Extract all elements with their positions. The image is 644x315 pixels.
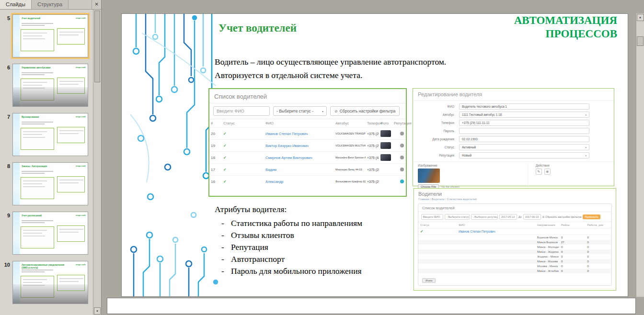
mini-screenshot-box [21, 128, 54, 150]
slide-thumbnail[interactable]: Бронирование mogo.code [12, 113, 88, 156]
slide-thumbnail[interactable]: Автоматизированные уведомления (SMS и по… [12, 261, 88, 304]
slide-thumbnail[interactable]: Учет расписаний mogo.code [12, 212, 88, 255]
close-icon[interactable]: × [92, 0, 101, 9]
direction-name: Минск - Молодечно - Борисов [535, 245, 559, 249]
scrollbar-thumb[interactable] [94, 11, 100, 82]
attribute-item: Отзывы клиентов [215, 229, 362, 241]
scroll-down-icon[interactable]: ▼ [94, 307, 101, 315]
actions-section-label: Действия [536, 164, 609, 167]
work-days: 0 [586, 254, 612, 259]
form-field: ФИО Водитель тестового автобуса 1 ▾ [413, 103, 606, 110]
stats-panel: Список водителей Введите ФИО - Выберите … [418, 203, 612, 286]
date-from-input: 2017-05-13 [499, 214, 517, 220]
chevron-down-icon: ▾ [585, 154, 586, 157]
corner-title-line2: ПРОЦЕССОВ [514, 27, 617, 41]
status-check-icon: ✓ [223, 180, 227, 184]
driver-name-link: Виктор Безруко Иванович [264, 140, 334, 152]
notes-pane[interactable] [107, 298, 636, 314]
form-field: Дата рождения 02.02.1993 ▾ [413, 136, 606, 142]
total-button: Итого [422, 278, 436, 283]
bus-name: Mercedes-Benz Sprinter Arobus 5554-IE3 [334, 152, 366, 164]
driver-row: 17 ✓ Вадим Мерседес Бенц 44-03 +375 (25)… [209, 164, 406, 176]
mini-slide-title: Автоматизированные уведомления (SMS и по… [22, 263, 66, 269]
trips-count: 0 [559, 254, 586, 259]
mini-screenshot-box [57, 127, 85, 143]
status-check-icon: ✓ [223, 156, 227, 160]
driver-attributes-block[interactable]: Атрибуты водителя: Статистика работы по … [215, 204, 362, 277]
driver-photo [380, 154, 391, 161]
thumbnails-scrollbar[interactable]: ▼ [93, 10, 101, 315]
slide-number: 7 [1, 113, 12, 156]
field-label: Автобус [413, 113, 459, 116]
driver-edit-screenshot[interactable]: Редактирование водителя ФИО Водитель тес… [413, 88, 614, 186]
trips-count: 0 [559, 269, 586, 273]
slide-thumbnail[interactable]: Управление автобусами mogo.code [12, 64, 88, 107]
column-header: Направления [535, 222, 559, 228]
column-header: Работа, дни [586, 222, 612, 228]
work-days: 0 [586, 240, 612, 245]
zoom-icon: ⊕ [544, 169, 551, 175]
mini-line [22, 271, 45, 272]
attributes-heading: Атрибуты водителя: [215, 204, 362, 214]
direction-name: Борисов-Минск [535, 235, 559, 240]
panel-title: Список водителей [209, 89, 406, 103]
driver-row: 19 ✓ Виктор Безруко Иванович VOLKSWAGEN … [209, 140, 406, 152]
panel-title: Редактирование водителя [413, 89, 614, 101]
page-title: Водители [418, 191, 611, 197]
slide-number: 6 [1, 64, 12, 107]
field-label: ФИО [413, 105, 459, 108]
slide-title[interactable]: Учет водителей [218, 22, 297, 34]
status-check-icon: ✓ [420, 229, 424, 234]
slide-thumbnail[interactable]: Заказы. Авторизация mogo.code [12, 162, 88, 205]
slide-number: 5 [1, 14, 12, 57]
slide-corner-title[interactable]: АВТОМАТИЗАЦИЯ ПРОЦЕССОВ [514, 14, 617, 41]
reputation-select: - Выберите репутацию - ▾ [471, 214, 498, 220]
bus-name: VOLKSWAGEN MULTIVAN TS PANAMRICANA 7777 … [334, 140, 366, 152]
column-header: Рейсы [559, 222, 586, 228]
fio-input: Введите ФИО [421, 214, 443, 220]
column-header: Статус [222, 119, 264, 128]
slide-thumbnail-row[interactable]: 9 Учет расписаний mogo.code [1, 212, 93, 255]
direction-name: Минск - Москва [535, 259, 559, 264]
slide-thumbnail-row[interactable]: 5 Учет водителей mogo.code [1, 14, 93, 57]
tab-slides[interactable]: Слайды [0, 0, 32, 9]
slide-thumbnail-row[interactable]: 10 Автоматизированные уведомления (SMS и… [1, 261, 93, 304]
slide-thumbnail-row[interactable]: 8 Заказы. Авторизация mogo.code [1, 162, 93, 205]
driver-photo-preview [418, 169, 440, 183]
driver-name-link: Смирнов Артем Викторович [264, 152, 334, 164]
scroll-up-icon[interactable]: ▲ [637, 14, 644, 21]
image-section: Изображение Choose File No file chosen Д… [413, 161, 614, 189]
column-header: Телефон [366, 119, 379, 128]
slide-thumbnail-row[interactable]: 7 Бронирование mogo.code [1, 113, 93, 156]
column-header: ФИО [457, 222, 535, 228]
slide-scrollbar[interactable]: ▲ [636, 13, 644, 297]
tab-outline[interactable]: Структура [32, 0, 69, 9]
mini-screenshot-box [57, 28, 85, 45]
panel-tabbar: Слайды Структура × [0, 0, 101, 10]
attribute-item: Пароль для мобильного приложения [215, 265, 362, 277]
mini-line [22, 173, 45, 174]
chevron-down-icon: ▾ [322, 110, 323, 113]
trips-count: 0 [559, 259, 586, 264]
field-input: 1111 Тестовый автобус 1 1Е ▾ [459, 112, 589, 118]
field-input: ▾ [459, 128, 589, 134]
filter-bar: Введите ФИО - Выберите статус - ▾ - Выбе… [418, 212, 611, 222]
field-input: Новый ▾ [459, 152, 589, 158]
slide-thumbnail-row[interactable]: 6 Управление автобусами mogo.code [1, 64, 93, 107]
field-value: 02.02.1993 [462, 137, 478, 141]
driver-name-link: Вадим [264, 164, 334, 176]
driver-phone: +375 (29) 243-24-24 [366, 128, 379, 140]
direction-row: Минск - Жлобин 0 0 [418, 269, 611, 273]
status-check-icon: ✓ [223, 144, 227, 148]
mini-slide-title: Управление автобусами [22, 66, 50, 69]
slide-canvas[interactable]: Учет водителей АВТОМАТИЗАЦИЯ ПРОЦЕССОВ В… [121, 13, 628, 297]
work-days: 0 [586, 264, 612, 269]
slide-intro-text[interactable]: Водитель – лицо осуществляющее управлени… [215, 55, 446, 82]
scrollbar-thumb[interactable] [637, 36, 644, 46]
driver-stats-screenshot[interactable]: Водители Главная / Водители / Статистика… [414, 188, 616, 291]
status-check-icon: ✓ [223, 168, 227, 172]
reset-filter-label: Сбросить настройки фильтра [545, 215, 581, 218]
mini-line [22, 270, 53, 270]
driver-list-screenshot[interactable]: Список водителей Введите ФИО - Выберите … [208, 88, 407, 197]
slide-thumbnail[interactable]: Учет водителей mogo.code [12, 14, 88, 57]
